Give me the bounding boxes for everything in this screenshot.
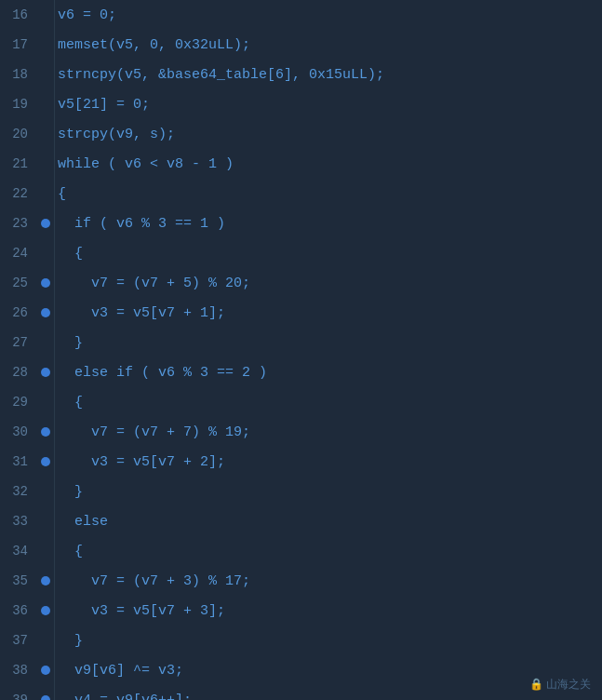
line-number: 19 (0, 97, 37, 112)
line-number: 22 (0, 186, 37, 201)
line-number: 36 (0, 603, 37, 618)
code-text: { (54, 246, 83, 262)
code-text: else (54, 514, 108, 530)
line-number: 25 (0, 276, 37, 290)
breakpoint-dot (41, 457, 50, 466)
code-text: memset(v5, 0, 0x32uLL); (54, 37, 250, 53)
code-text: v5[21] = 0; (54, 97, 150, 113)
breakpoint-area[interactable] (37, 457, 54, 466)
breakpoint-area[interactable] (37, 606, 54, 615)
code-text: } (54, 633, 83, 649)
code-text: if ( v6 % 3 == 1 ) (54, 216, 225, 232)
breakpoint-area[interactable] (37, 695, 54, 700)
code-text: v7 = (v7 + 3) % 17; (54, 573, 250, 589)
line-number: 32 (0, 484, 37, 499)
code-line: 39 v4 = v9[v6++]; (0, 685, 602, 700)
line-number: 17 (0, 37, 37, 52)
line-number: 39 (0, 693, 37, 700)
code-line: 21while ( v6 < v8 - 1 ) (0, 149, 602, 179)
code-line: 38 v9[v6] ^= v3; (0, 655, 602, 685)
code-line: 24 { (0, 238, 602, 268)
code-text: strcpy(v9, s); (54, 127, 175, 142)
line-number: 28 (0, 365, 37, 380)
breakpoint-area[interactable] (37, 368, 54, 377)
code-line: 32 } (0, 477, 602, 506)
code-line: 35 v7 = (v7 + 3) % 17; (0, 566, 602, 596)
line-number: 30 (0, 424, 37, 439)
line-number: 29 (0, 395, 37, 410)
code-line: 19v5[21] = 0; (0, 89, 602, 119)
code-text: else if ( v6 % 3 == 2 ) (54, 365, 267, 381)
code-text: v7 = (v7 + 7) % 19; (54, 424, 250, 440)
code-line: 28 else if ( v6 % 3 == 2 ) (0, 357, 602, 387)
code-line: 25 v7 = (v7 + 5) % 20; (0, 268, 602, 298)
code-line: 36 v3 = v5[v7 + 3]; (0, 596, 602, 626)
line-number: 38 (0, 663, 37, 678)
line-number: 26 (0, 305, 37, 320)
code-text: v3 = v5[v7 + 1]; (54, 305, 225, 321)
line-number: 27 (0, 335, 37, 350)
breakpoint-dot (41, 576, 50, 586)
breakpoint-dot (41, 695, 50, 700)
line-number: 34 (0, 544, 37, 559)
code-line: 26 v3 = v5[v7 + 1]; (0, 298, 602, 328)
breakpoint-area[interactable] (37, 427, 54, 437)
code-line: 29 { (0, 387, 602, 417)
line-number: 24 (0, 246, 37, 261)
code-line: 20strcpy(v9, s); (0, 119, 602, 149)
breakpoint-area[interactable] (37, 576, 54, 586)
code-text: } (54, 484, 83, 500)
code-text: v3 = v5[v7 + 3]; (54, 603, 225, 619)
code-line: 34 { (0, 536, 602, 566)
code-text: v4 = v9[v6++]; (54, 693, 192, 701)
line-number: 20 (0, 127, 37, 141)
code-line: 30 v7 = (v7 + 7) % 19; (0, 417, 602, 447)
code-text: v6 = 0; (54, 7, 116, 23)
code-text: while ( v6 < v8 - 1 ) (54, 156, 234, 172)
breakpoint-area[interactable] (37, 219, 54, 228)
code-text: v3 = v5[v7 + 2]; (54, 454, 225, 470)
code-line: 16v6 = 0; (0, 0, 602, 30)
code-line: 27 } (0, 328, 602, 357)
code-text: { (54, 544, 83, 559)
line-number: 16 (0, 7, 37, 22)
breakpoint-area[interactable] (37, 308, 54, 317)
line-number: 33 (0, 514, 37, 529)
line-number: 18 (0, 67, 37, 82)
line-number: 21 (0, 156, 37, 171)
code-text: { (54, 395, 83, 411)
code-line: 17memset(v5, 0, 0x32uLL); (0, 30, 602, 60)
breakpoint-area[interactable] (37, 278, 54, 288)
code-line: 18strncpy(v5, &base64_table[6], 0x15uLL)… (0, 60, 602, 89)
watermark: 🔒 山海之关 (529, 677, 591, 693)
breakpoint-area[interactable] (37, 666, 54, 675)
line-number: 31 (0, 454, 37, 469)
code-line: 33 else (0, 506, 602, 536)
breakpoint-dot (41, 219, 50, 228)
line-number: 37 (0, 633, 37, 648)
code-line: 23 if ( v6 % 3 == 1 ) (0, 209, 602, 238)
breakpoint-dot (41, 666, 50, 675)
code-container: 16v6 = 0;17memset(v5, 0, 0x32uLL);18strn… (0, 0, 602, 700)
line-number: 23 (0, 216, 37, 231)
breakpoint-dot (41, 368, 50, 377)
code-text: strncpy(v5, &base64_table[6], 0x15uLL); (54, 67, 384, 83)
breakpoint-dot (41, 606, 50, 615)
code-line: 37 } (0, 626, 602, 655)
code-text: { (54, 186, 66, 202)
code-line: 22{ (0, 179, 602, 209)
code-text: v7 = (v7 + 5) % 20; (54, 276, 250, 291)
breakpoint-dot (41, 278, 50, 288)
code-text: } (54, 335, 83, 351)
breakpoint-dot (41, 427, 50, 437)
line-number: 35 (0, 573, 37, 588)
breakpoint-dot (41, 308, 50, 317)
code-text: v9[v6] ^= v3; (54, 663, 183, 679)
code-line: 31 v3 = v5[v7 + 2]; (0, 447, 602, 477)
